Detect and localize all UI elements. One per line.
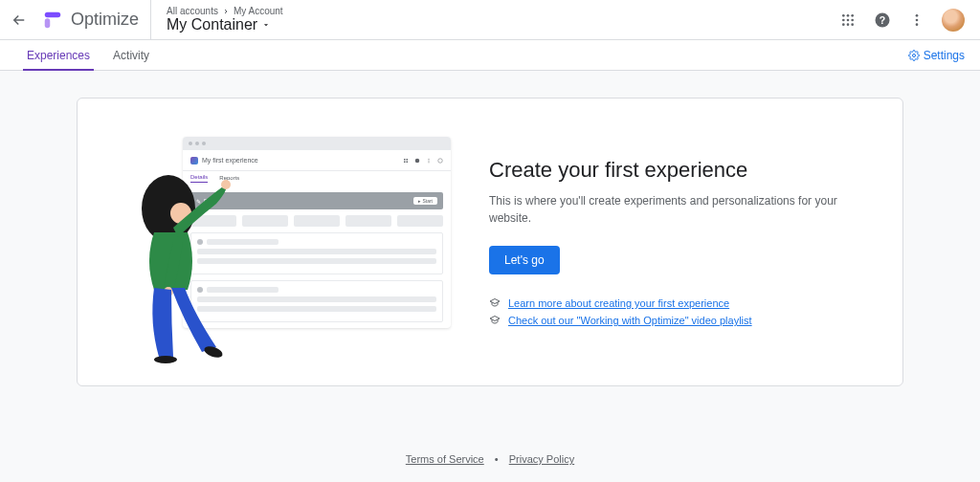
svg-point-6: [847, 18, 850, 21]
privacy-link[interactable]: Privacy Policy: [509, 453, 574, 465]
svg-point-30: [154, 356, 177, 363]
learn-more-link-row: Learn more about creating your first exp…: [489, 297, 855, 309]
svg-point-16: [912, 54, 915, 56]
svg-point-15: [916, 23, 919, 26]
arrow-left-icon: [11, 11, 28, 29]
learn-more-link[interactable]: Learn more about creating your first exp…: [508, 297, 729, 309]
svg-point-24: [429, 162, 430, 163]
container-name: My Container: [167, 16, 257, 33]
svg-rect-17: [404, 159, 406, 161]
help-icon[interactable]: ?: [873, 11, 892, 30]
svg-point-23: [429, 160, 430, 161]
svg-point-22: [429, 158, 430, 159]
svg-point-2: [842, 14, 845, 17]
svg-point-10: [851, 23, 854, 26]
svg-point-7: [851, 18, 854, 21]
terms-link[interactable]: Terms of Service: [406, 453, 484, 465]
breadcrumb-account[interactable]: My Account: [234, 6, 283, 16]
svg-point-28: [221, 180, 231, 189]
product-logo-area: Optimize: [38, 0, 151, 39]
user-avatar[interactable]: [942, 9, 965, 32]
video-playlist-link[interactable]: Check out our "Working with Optimize" vi…: [508, 315, 752, 326]
svg-text:?: ?: [880, 13, 885, 25]
container-selector[interactable]: My Container: [167, 16, 283, 33]
svg-rect-20: [407, 161, 409, 163]
breadcrumb-root[interactable]: All accounts: [167, 6, 218, 16]
chevron-right-icon: [222, 8, 230, 15]
tab-activity[interactable]: Activity: [101, 40, 161, 70]
svg-point-8: [842, 23, 845, 26]
svg-rect-1: [45, 11, 61, 17]
header-actions: ?: [838, 9, 965, 32]
svg-rect-19: [404, 161, 406, 163]
svg-rect-0: [45, 18, 51, 28]
svg-point-13: [916, 14, 919, 17]
education-icon: [489, 315, 501, 326]
svg-point-3: [847, 14, 850, 17]
tab-experiences[interactable]: Experiences: [15, 40, 101, 70]
footer: Terms of Service • Privacy Policy: [77, 453, 903, 465]
video-link-row: Check out our "Working with Optimize" vi…: [489, 315, 855, 326]
svg-rect-18: [407, 159, 409, 161]
optimize-logo-icon: [42, 10, 63, 31]
main-content: My first experience DetailsReports ✎ Dra…: [0, 71, 980, 465]
caret-down-icon: [261, 20, 271, 30]
hero-card: My first experience DetailsReports ✎ Dra…: [77, 98, 903, 386]
svg-point-4: [851, 14, 854, 17]
hero-illustration: My first experience DetailsReports ✎ Dra…: [125, 137, 451, 347]
svg-point-21: [415, 158, 420, 163]
settings-link[interactable]: Settings: [908, 49, 965, 62]
hero-content: Create your first experience This is whe…: [489, 158, 855, 326]
hero-subtitle: This is where you'll create experiments …: [489, 192, 855, 227]
product-name: Optimize: [71, 10, 139, 30]
svg-point-9: [847, 23, 850, 26]
person-illustration: [125, 165, 240, 366]
breadcrumb: All accounts My Account: [167, 6, 283, 16]
tab-bar: Experiences Activity Settings: [0, 40, 980, 71]
hero-title: Create your first experience: [489, 158, 855, 183]
hero-links: Learn more about creating your first exp…: [489, 297, 855, 326]
svg-point-14: [916, 18, 919, 21]
apps-icon[interactable]: [838, 11, 858, 30]
back-button[interactable]: [8, 9, 31, 32]
education-icon: [489, 297, 501, 309]
app-header: Optimize All accounts My Account My Cont…: [0, 0, 980, 40]
svg-point-5: [842, 18, 845, 21]
more-icon[interactable]: [907, 11, 926, 30]
breadcrumb-area: All accounts My Account My Container: [151, 6, 283, 33]
gear-icon: [908, 50, 920, 61]
lets-go-button[interactable]: Let's go: [489, 246, 560, 274]
svg-point-25: [438, 158, 443, 163]
